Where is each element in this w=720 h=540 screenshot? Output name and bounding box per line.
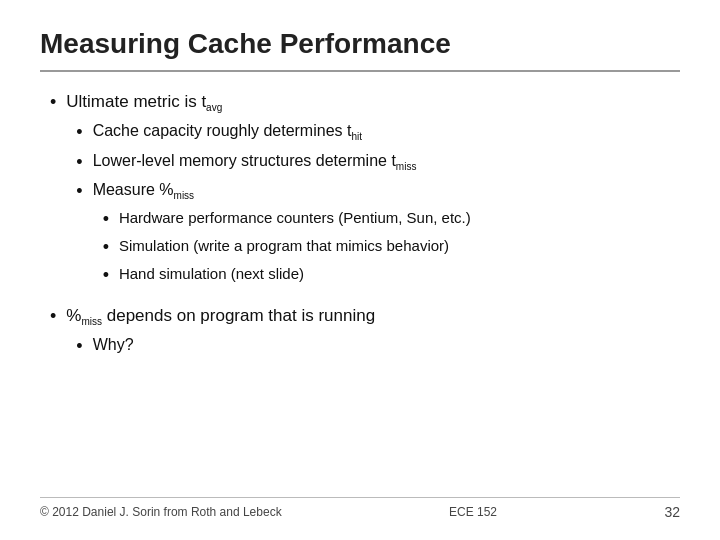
level2-list: • Cache capacity roughly determines thit… <box>66 120 470 291</box>
bottom-bullet-symbol: • <box>50 304 56 329</box>
level3-item-1: • Hardware performance counters (Pentium… <box>103 207 471 232</box>
main-bullet-symbol: • <box>50 90 56 115</box>
main-bullet-item: • Ultimate metric is tavg • Cache capaci… <box>50 90 680 296</box>
footer-right: 32 <box>664 504 680 520</box>
level2-text-1: Cache capacity roughly determines thit <box>93 120 362 144</box>
slide-content: • Ultimate metric is tavg • Cache capaci… <box>40 90 680 493</box>
slide-title: Measuring Cache Performance <box>40 28 680 72</box>
level3-bullet-1: • <box>103 207 109 232</box>
level3-text-2: Simulation (write a program that mimics … <box>119 235 449 256</box>
bottom-bullet-item: • %miss depends on program that is runni… <box>50 304 680 364</box>
level2-item-2: • Lower-level memory structures determin… <box>76 150 470 175</box>
why-list: • Why? <box>66 334 375 359</box>
slide-footer: © 2012 Daniel J. Sorin from Roth and Leb… <box>40 497 680 520</box>
level2-text-2: Lower-level memory structures determine … <box>93 150 417 174</box>
level3-text-3: Hand simulation (next slide) <box>119 263 304 284</box>
level2-text-3: Measure %miss • Hardware performance cou… <box>93 179 471 292</box>
why-bullet: • <box>76 334 82 359</box>
why-text: Why? <box>93 334 134 356</box>
main-bullet-text: Ultimate metric is tavg • Cache capacity… <box>66 90 470 296</box>
level3-bullet-2: • <box>103 235 109 260</box>
slide: Measuring Cache Performance • Ultimate m… <box>0 0 720 540</box>
level2-bullet-2: • <box>76 150 82 175</box>
level2-item-1: • Cache capacity roughly determines thit <box>76 120 470 145</box>
level2-bullet-3: • <box>76 179 82 204</box>
level2-bullet-1: • <box>76 120 82 145</box>
bottom-bullet-text: %miss depends on program that is running… <box>66 304 375 364</box>
level2-item-3: • Measure %miss • Hardware performance c… <box>76 179 470 292</box>
level3-text-1: Hardware performance counters (Pentium, … <box>119 207 471 228</box>
main-list: • Ultimate metric is tavg • Cache capaci… <box>50 90 680 363</box>
level3-item-2: • Simulation (write a program that mimic… <box>103 235 471 260</box>
level3-item-3: • Hand simulation (next slide) <box>103 263 471 288</box>
level3-list: • Hardware performance counters (Pentium… <box>93 207 471 289</box>
why-item: • Why? <box>76 334 375 359</box>
level3-bullet-3: • <box>103 263 109 288</box>
title-text: Measuring Cache Performance <box>40 28 451 59</box>
footer-center: ECE 152 <box>449 505 497 519</box>
footer-left: © 2012 Daniel J. Sorin from Roth and Leb… <box>40 505 282 519</box>
